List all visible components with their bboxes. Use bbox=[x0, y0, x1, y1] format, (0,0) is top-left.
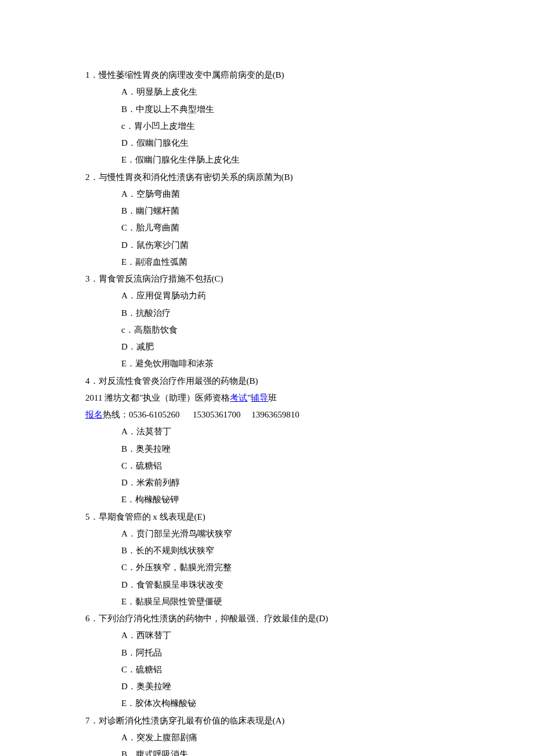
option-text: 明显肠上皮化生 bbox=[136, 87, 197, 96]
option-letter: C． bbox=[121, 563, 136, 572]
ad-text: 班 bbox=[268, 393, 277, 402]
question-option: E．胶体次枸橼酸铋 bbox=[85, 695, 476, 712]
option-text: 贲门部呈光滑鸟嘴状狭窄 bbox=[136, 529, 232, 538]
option-text: 硫糖铝 bbox=[136, 665, 162, 674]
option-text: 鼠伤寒沙门菌 bbox=[136, 240, 189, 250]
question-option: B．长的不规则线状狭窄 bbox=[85, 542, 476, 559]
question-stem: 3．胃食管反流病治疗措施不包括(C) bbox=[85, 271, 476, 287]
option-text: 奥美拉唑 bbox=[136, 682, 171, 691]
ad-link-guide[interactable]: 辅导 bbox=[251, 393, 268, 402]
option-letter: D． bbox=[121, 240, 136, 250]
option-text: 空肠弯曲菌 bbox=[136, 189, 180, 199]
question-text: 对反流性食管炎治疗作用最强的药物是(B) bbox=[99, 376, 258, 386]
question-option: A．贲门部呈光滑鸟嘴状狭窄 bbox=[85, 525, 476, 542]
question-text: 与慢性胃炎和消化性溃疡有密切关系的病原菌为(B) bbox=[99, 172, 293, 182]
option-letter: E． bbox=[121, 495, 135, 504]
option-text: 抗酸治疗 bbox=[136, 308, 171, 318]
question-option: A．明显肠上皮化生 bbox=[85, 84, 476, 100]
question-option: A．西咪替丁 bbox=[85, 627, 476, 644]
option-letter: E． bbox=[121, 155, 135, 164]
question-number: 2． bbox=[85, 172, 99, 182]
ad-link-exam[interactable]: 考试 bbox=[230, 393, 247, 402]
question-number: 5． bbox=[85, 512, 99, 521]
question-option: B．腹式呼吸消失 bbox=[85, 746, 476, 756]
option-text: 法莫替丁 bbox=[136, 427, 171, 436]
option-text: 幽门螺杆菌 bbox=[136, 206, 179, 215]
option-letter: C． bbox=[121, 461, 136, 470]
question-option: E．假幽门腺化生伴肠上皮化生 bbox=[85, 152, 476, 168]
question-option: A．突发上腹部剧痛 bbox=[85, 729, 476, 746]
question-number: 6． bbox=[85, 614, 99, 623]
question-stem: 4．对反流性食管炎治疗作用最强的药物是(B) bbox=[85, 373, 476, 390]
ad-line-1: 2011 潍坊文都"执业（助理）医师资格考试"辅导班 bbox=[85, 390, 476, 406]
question-option: c．胃小凹上皮增生 bbox=[85, 118, 476, 135]
question-option: A．法莫替丁 bbox=[85, 423, 476, 440]
question-option: E．枸橼酸铋钾 bbox=[85, 491, 476, 508]
option-text: 假幽门腺化生伴肠上皮化生 bbox=[135, 155, 240, 164]
question-option: D．食管黏膜呈串珠状改变 bbox=[85, 577, 476, 593]
question-option: B．抗酸治疗 bbox=[85, 305, 476, 322]
option-text: 中度以上不典型增生 bbox=[136, 105, 214, 114]
ad-hotline: 热线：0536-6105260 15305361700 13963659810 bbox=[103, 410, 300, 419]
question-option: c．高脂肪饮食 bbox=[85, 322, 476, 339]
option-letter: E． bbox=[121, 257, 135, 267]
option-text: 长的不规则线状狭窄 bbox=[136, 546, 214, 555]
option-letter: B． bbox=[121, 648, 136, 657]
option-letter: D． bbox=[121, 580, 136, 589]
option-text: 阿托品 bbox=[136, 648, 162, 657]
option-letter: A． bbox=[121, 189, 136, 199]
question-option: A．应用促胃肠动力药 bbox=[85, 287, 476, 304]
option-letter: C． bbox=[121, 223, 136, 232]
ad-line-2: 报名热线：0536-6105260 15305361700 1396365981… bbox=[85, 406, 476, 423]
question-option: B．奥美拉唑 bbox=[85, 441, 476, 458]
question-option: E．黏膜呈局限性管壁僵硬 bbox=[85, 593, 476, 610]
question-text: 对诊断消化性溃疡穿孔最有价值的临床表现是(A) bbox=[99, 716, 285, 725]
option-text: 腹式呼吸消失 bbox=[136, 750, 188, 756]
option-letter: A． bbox=[121, 87, 136, 96]
option-text: 奥美拉唑 bbox=[136, 444, 171, 453]
option-letter: A． bbox=[121, 631, 136, 640]
question-number: 3． bbox=[85, 274, 99, 283]
question-option: C．外压狭窄，黏膜光滑完整 bbox=[85, 559, 476, 576]
option-text: 减肥 bbox=[136, 342, 154, 351]
option-text: 副溶血性弧菌 bbox=[135, 257, 187, 267]
question-option: D．奥美拉唑 bbox=[85, 678, 476, 695]
question-option: C．胎儿弯曲菌 bbox=[85, 219, 476, 236]
question-number: 4． bbox=[85, 376, 99, 386]
option-letter: D． bbox=[121, 478, 136, 487]
option-text: 高脂肪饮食 bbox=[134, 325, 178, 334]
option-letter: A． bbox=[121, 733, 136, 742]
option-letter: D． bbox=[121, 682, 136, 691]
option-text: 胶体次枸橼酸铋 bbox=[135, 699, 196, 708]
question-option: B．阿托品 bbox=[85, 645, 476, 661]
question-number: 1． bbox=[85, 70, 99, 80]
document-body: 1．慢性萎缩性胃炎的病理改变中属癌前病变的是(B)A．明显肠上皮化生B．中度以上… bbox=[85, 67, 476, 756]
option-letter: B． bbox=[121, 546, 136, 555]
ad-text: 2011 潍坊文都"执业（助理）医师资格 bbox=[85, 393, 230, 402]
option-text: 枸橼酸铋钾 bbox=[135, 495, 179, 504]
option-text: 应用促胃肠动力药 bbox=[136, 291, 206, 300]
question-stem: 7．对诊断消化性溃疡穿孔最有价值的临床表现是(A) bbox=[85, 712, 476, 729]
question-text: 下列治疗消化性溃疡的药物中，抑酸最强、疗效最佳的是(D) bbox=[99, 614, 329, 623]
option-letter: A． bbox=[121, 291, 136, 300]
option-text: 假幽门腺化生 bbox=[136, 138, 189, 147]
option-text: 米索前列醇 bbox=[136, 478, 180, 487]
option-letter: D． bbox=[121, 342, 136, 351]
question-text: 胃食管反流病治疗措施不包括(C) bbox=[99, 274, 223, 283]
question-option: B．中度以上不典型增生 bbox=[85, 101, 476, 118]
option-letter: A． bbox=[121, 529, 136, 538]
option-letter: E． bbox=[121, 597, 135, 606]
question-text: 慢性萎缩性胃炎的病理改变中属癌前病变的是(B) bbox=[99, 70, 284, 80]
option-letter: c． bbox=[121, 121, 134, 131]
question-stem: 2．与慢性胃炎和消化性溃疡有密切关系的病原菌为(B) bbox=[85, 169, 476, 186]
ad-link-signup[interactable]: 报名 bbox=[85, 410, 103, 419]
option-letter: c． bbox=[121, 325, 134, 334]
option-letter: D． bbox=[121, 138, 136, 147]
question-option: D．减肥 bbox=[85, 339, 476, 355]
option-text: 外压狭窄，黏膜光滑完整 bbox=[136, 563, 232, 572]
question-option: E．避免饮用咖啡和浓茶 bbox=[85, 355, 476, 372]
option-letter: B． bbox=[121, 750, 136, 756]
question-option: C．硫糖铝 bbox=[85, 661, 476, 678]
option-letter: B． bbox=[121, 308, 136, 318]
question-option: D．假幽门腺化生 bbox=[85, 135, 476, 152]
